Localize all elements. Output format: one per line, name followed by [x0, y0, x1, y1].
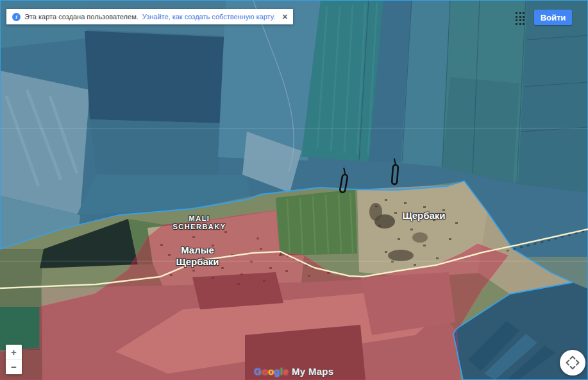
pan-arrows-icon: [560, 350, 585, 376]
google-logo: Google: [255, 366, 289, 377]
info-icon: i: [12, 13, 21, 21]
banner-close-icon[interactable]: ×: [282, 12, 287, 21]
zoom-out-button[interactable]: −: [6, 360, 22, 375]
google-apps-grid-icon[interactable]: [516, 12, 526, 26]
pan-control[interactable]: [560, 350, 585, 376]
satellite-map-canvas[interactable]: [0, 0, 588, 380]
zoom-control: + −: [6, 345, 22, 374]
sign-in-button[interactable]: Войти: [534, 10, 572, 25]
google-my-maps-watermark[interactable]: GoogleMy Maps: [255, 366, 334, 377]
zoom-in-button[interactable]: +: [6, 345, 22, 360]
my-maps-label: My Maps: [292, 366, 333, 377]
my-maps-viewport[interactable]: MALI SCHERBAKY Малые Щербаки Щербаки i Э…: [0, 0, 588, 380]
banner-learn-more-link[interactable]: Узнайте, как создать собственную карту.: [142, 13, 275, 21]
banner-text: Эта карта создана пользователем.: [24, 13, 139, 21]
user-map-banner: i Эта карта создана пользователем. Узнай…: [6, 9, 293, 24]
